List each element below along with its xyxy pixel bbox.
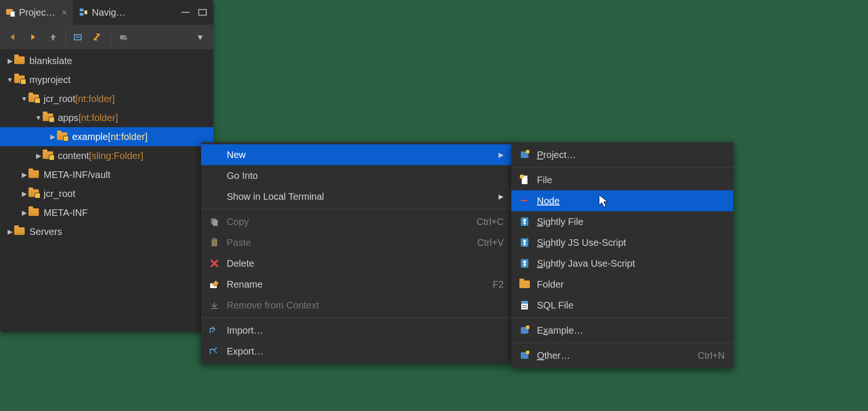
blank-icon	[209, 149, 220, 160]
minimize-icon[interactable]	[181, 9, 190, 16]
menu-item-rename[interactable]: Rename F2	[201, 274, 512, 295]
expand-arrow-icon[interactable]: ▶	[6, 228, 14, 235]
other-icon	[519, 350, 530, 361]
maximize-icon[interactable]	[198, 9, 207, 16]
svg-rect-10	[213, 220, 218, 226]
tree-node-example[interactable]: ▶ example [nt:folder]	[0, 127, 213, 146]
svg-rect-2	[80, 9, 83, 11]
tab-project-explorer[interactable]: Projec… ✕	[0, 0, 73, 25]
tree-node-content[interactable]: ▶ content [sling:Folder]	[0, 146, 213, 165]
menu-item-go-into[interactable]: Go Into	[201, 165, 512, 186]
node-label: Servers	[29, 226, 62, 237]
link-editor-button[interactable]	[89, 28, 108, 47]
node-type: [sling:Folder]	[89, 150, 144, 161]
up-button[interactable]	[44, 28, 63, 47]
menu-label: Show in Local Terminal	[227, 191, 492, 202]
menu-separator	[201, 318, 512, 318]
svg-point-8	[123, 37, 127, 40]
menu-label: Rename	[227, 279, 472, 290]
file-icon	[519, 174, 530, 186]
menu-label: Other…	[537, 350, 677, 361]
svg-rect-28	[522, 305, 527, 306]
menu-item-export[interactable]: Export…	[201, 341, 512, 362]
expand-arrow-icon[interactable]: ▶	[20, 209, 28, 216]
menu-item-remove-context[interactable]: Remove from Context	[201, 295, 512, 316]
collapse-arrow-icon[interactable]: ▼	[20, 95, 28, 103]
folder-icon	[14, 56, 27, 66]
expand-arrow-icon[interactable]: ▶	[34, 152, 43, 159]
menu-item-import[interactable]: Import…	[201, 320, 512, 341]
tree-node-myproject[interactable]: ▼ myproject	[0, 70, 213, 89]
view-menu-button[interactable]: ▾	[191, 28, 210, 47]
tab-navigator[interactable]: Navig…	[73, 0, 131, 25]
menu-separator	[201, 209, 512, 209]
tree-node-meta-inf-vault[interactable]: ▶ META-INF/vault	[0, 165, 213, 184]
menu-item-show-terminal[interactable]: Show in Local Terminal ▶	[201, 186, 512, 207]
menu-label: Sightly File	[537, 216, 725, 227]
folder-icon	[14, 226, 27, 237]
folder-icon	[28, 169, 41, 180]
forward-button[interactable]	[24, 28, 43, 47]
menu-item-new-sql-file[interactable]: SQL File	[511, 295, 733, 316]
expand-arrow-icon[interactable]: ▶	[6, 57, 14, 65]
tree-node-meta-inf[interactable]: ▶ META-INF	[0, 203, 213, 222]
menu-label: Sightly JS Use-Script	[537, 237, 725, 248]
menu-item-delete[interactable]: Delete	[201, 253, 512, 274]
filter-button[interactable]	[114, 28, 133, 47]
menu-label: SQL File	[537, 300, 725, 311]
menu-item-new-sightly-java[interactable]: Sightly Java Use-Script	[511, 253, 733, 274]
menu-item-new[interactable]: New ▶	[201, 144, 512, 165]
menu-item-new-sightly-file[interactable]: Sightly File	[511, 211, 733, 232]
paste-icon	[209, 237, 220, 248]
project-explorer-panel: Projec… ✕ Navig… ▾ ▶ blankslate	[0, 0, 213, 332]
tree-node-apps[interactable]: ▼ apps [nt:folder]	[0, 108, 213, 127]
collapse-all-button[interactable]	[69, 28, 88, 47]
menu-item-copy[interactable]: Copy Ctrl+C	[201, 211, 512, 232]
expand-arrow-icon[interactable]: ▶	[20, 171, 28, 178]
node-label: example	[72, 131, 108, 142]
menu-label: Export…	[227, 346, 504, 357]
export-icon	[209, 346, 220, 357]
project-tree: ▶ blankslate ▼ myproject ▼ jcr_root [nt:…	[0, 49, 213, 332]
menu-label: Node	[537, 196, 725, 206]
menu-accelerator: Ctrl+N	[683, 350, 725, 361]
collapse-arrow-icon[interactable]: ▼	[6, 76, 14, 84]
collapse-arrow-icon[interactable]: ▼	[34, 114, 43, 121]
menu-item-new-project[interactable]: Project…	[511, 144, 733, 165]
folder-icon	[57, 131, 69, 142]
node-label: META-INF/vault	[44, 169, 111, 180]
menu-label: Paste	[227, 237, 456, 248]
menu-item-paste[interactable]: Paste Ctrl+V	[201, 232, 512, 253]
menu-item-new-node[interactable]: Node	[511, 190, 733, 211]
tree-node-servers[interactable]: ▶ Servers	[0, 222, 213, 241]
tree-node-jcr-root-2[interactable]: ▶ jcr_root	[0, 184, 213, 203]
tree-node-blankslate[interactable]: ▶ blankslate	[0, 51, 213, 70]
close-icon[interactable]: ✕	[59, 8, 67, 17]
context-menu: New ▶ Go Into Show in Local Terminal ▶ C…	[201, 142, 512, 364]
folder-icon	[28, 188, 41, 199]
expand-arrow-icon[interactable]: ▶	[20, 190, 28, 197]
back-button[interactable]	[4, 28, 23, 47]
menu-item-new-other[interactable]: Other… Ctrl+N	[511, 345, 733, 366]
menu-separator	[511, 167, 733, 168]
svg-rect-31	[526, 326, 529, 329]
example-icon	[519, 325, 530, 336]
svg-rect-11	[212, 239, 217, 246]
folder-icon	[43, 150, 55, 161]
menu-item-new-folder[interactable]: Folder	[511, 274, 733, 295]
menu-label: Sightly Java Use-Script	[537, 258, 725, 269]
menu-item-new-file[interactable]: File	[511, 169, 733, 190]
svg-rect-4	[84, 10, 87, 14]
expand-arrow-icon[interactable]: ▶	[48, 133, 57, 140]
menu-separator	[511, 343, 733, 343]
tab-label: Projec…	[19, 7, 55, 18]
sql-file-icon	[519, 299, 530, 311]
sightly-icon	[519, 258, 530, 269]
tree-node-jcr-root[interactable]: ▼ jcr_root [nt:folder]	[0, 89, 213, 108]
new-submenu: Project… File Node Sightly File Sightly …	[511, 142, 733, 368]
menu-accelerator: Ctrl+V	[463, 237, 504, 248]
node-label: jcr_root	[44, 93, 75, 104]
menu-item-new-example[interactable]: Example…	[511, 320, 733, 341]
menu-label: Go Into	[227, 170, 504, 181]
menu-item-new-sightly-js[interactable]: Sightly JS Use-Script	[511, 232, 733, 253]
